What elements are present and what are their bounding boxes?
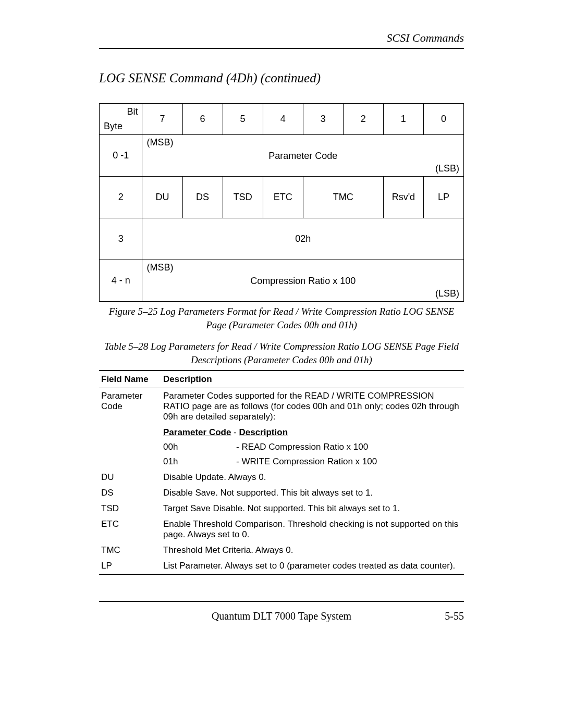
cell-content: Parameter Code — [268, 150, 337, 161]
sub-header-desc: Description — [239, 427, 288, 437]
byte-cell: 4 - n — [100, 260, 142, 302]
sub-code: 00h — [163, 442, 236, 452]
table-row: ETC Enable Threshold Comparison. Thresho… — [99, 516, 464, 542]
bit-header: 6 — [182, 104, 223, 135]
param-intro: Parameter Codes supported for the READ /… — [163, 391, 462, 422]
msb-label: (MSB) — [146, 137, 173, 148]
table-row: DS Disable Save. Not supported. This bit… — [99, 485, 464, 501]
page-content: SCSI Commands LOG SENSE Command (4Dh) (c… — [0, 0, 563, 653]
section-title: SCSI Commands — [386, 31, 464, 44]
table-row: LP List Parameter. Always set to 0 (para… — [99, 558, 464, 574]
byte-cell: 0 -1 — [100, 135, 142, 177]
table-row: Parameter Code Parameter Codes supported… — [99, 388, 464, 470]
cell: LP — [423, 177, 463, 218]
caption-line: Figure 5–25 Log Parameters Format for Re… — [109, 306, 455, 317]
field-cell: TSD — [99, 501, 161, 516]
table-caption: Table 5–28 Log Parameters for Read / Wri… — [99, 340, 464, 366]
cell-content: Compression Ratio x 100 — [250, 275, 356, 286]
lsb-label: (LSB) — [435, 163, 459, 174]
span-cell: 02h — [142, 218, 464, 260]
lsb-label: (LSB) — [435, 288, 459, 299]
field-cell: Parameter Code — [99, 388, 161, 470]
field-cell: LP — [99, 558, 161, 574]
desc-cell: List Parameter. Always set to 0 (paramet… — [161, 558, 464, 574]
desc-cell: Disable Save. Not supported. This bit al… — [161, 485, 464, 501]
desc-cell: Disable Update. Always 0. — [161, 470, 464, 485]
caption-line: Page (Parameter Codes 00h and 01h) — [206, 319, 357, 330]
cell: TMC — [303, 177, 383, 218]
bit-header: 7 — [142, 104, 182, 135]
field-cell: TMC — [99, 542, 161, 558]
bit-header: 1 — [383, 104, 423, 135]
cell: ETC — [263, 177, 303, 218]
table-row: TSD Target Save Disable. Not supported. … — [99, 501, 464, 516]
table-row: 4 - n (MSB) Compression Ratio x 100 (LSB… — [100, 260, 464, 302]
desc-cell: Threshold Met Criteria. Always 0. — [161, 542, 464, 558]
header-field: Field Name — [99, 371, 161, 388]
table-row: Bit Byte 7 6 5 4 3 2 1 0 — [100, 104, 464, 135]
byte-cell: 3 — [100, 218, 142, 260]
footer-page-number: 5-55 — [422, 610, 464, 622]
table-row: 0 -1 (MSB) Parameter Code (LSB) — [100, 135, 464, 177]
bit-header: 4 — [263, 104, 303, 135]
bit-header: 3 — [303, 104, 343, 135]
field-cell: DU — [99, 470, 161, 485]
sub-header-sep: - — [231, 427, 239, 437]
desc-cell: Target Save Disable. Not supported. This… — [161, 501, 464, 516]
cell: DU — [142, 177, 182, 218]
sub-code: 01h — [163, 456, 236, 467]
sub-desc: - READ Compression Ratio x 100 — [236, 442, 368, 452]
table-row: TMC Threshold Met Criteria. Always 0. — [99, 542, 464, 558]
field-cell: ETC — [99, 516, 161, 542]
byte-cell: 2 — [100, 177, 142, 218]
field-cell: DS — [99, 485, 161, 501]
footer-center: Quantum DLT 7000 Tape System — [141, 610, 422, 622]
bit-byte-cell: Bit Byte — [100, 104, 142, 135]
page-title: LOG SENSE Command (4Dh) (continued) — [99, 71, 464, 85]
sub-header-code: Parameter Code — [163, 427, 231, 437]
table-row: 3 02h — [100, 218, 464, 260]
caption-line: Descriptions (Parameter Codes 00h and 01… — [191, 354, 372, 365]
cell: DS — [182, 177, 223, 218]
footer: Quantum DLT 7000 Tape System 5-55 — [99, 601, 464, 622]
desc-cell: Enable Threshold Comparison. Threshold c… — [161, 516, 464, 542]
desc-cell: Parameter Codes supported for the READ /… — [161, 388, 464, 470]
span-cell: (MSB) Compression Ratio x 100 (LSB) — [142, 260, 464, 302]
table-row: Field Name Description — [99, 371, 464, 388]
figure-caption: Figure 5–25 Log Parameters Format for Re… — [99, 305, 464, 331]
table-row: 2 DU DS TSD ETC TMC Rsv'd LP — [100, 177, 464, 218]
span-cell: (MSB) Parameter Code (LSB) — [142, 135, 464, 177]
footer-spacer — [99, 610, 141, 622]
sub-item: 01h - WRITE Compression Ration x 100 — [163, 452, 462, 467]
table-row: DU Disable Update. Always 0. — [99, 470, 464, 485]
cell: TSD — [223, 177, 263, 218]
sub-item: 00h - READ Compression Ratio x 100 — [163, 438, 462, 452]
msb-label: (MSB) — [146, 262, 173, 273]
bit-header: 5 — [223, 104, 263, 135]
running-header: SCSI Commands — [99, 31, 464, 49]
bit-header: 2 — [343, 104, 383, 135]
bit-label: Bit — [127, 106, 138, 117]
figure-table: Bit Byte 7 6 5 4 3 2 1 0 0 -1 (MSB) Para… — [99, 103, 464, 302]
caption-line: Table 5–28 Log Parameters for Read / Wri… — [104, 341, 459, 352]
byte-label: Byte — [104, 121, 123, 132]
description-table: Field Name Description Parameter Code Pa… — [99, 370, 464, 575]
sub-header: Parameter Code - Description — [163, 422, 462, 438]
bit-header: 0 — [423, 104, 463, 135]
sub-desc: - WRITE Compression Ration x 100 — [236, 456, 377, 467]
cell: Rsv'd — [383, 177, 423, 218]
header-desc: Description — [161, 371, 464, 388]
